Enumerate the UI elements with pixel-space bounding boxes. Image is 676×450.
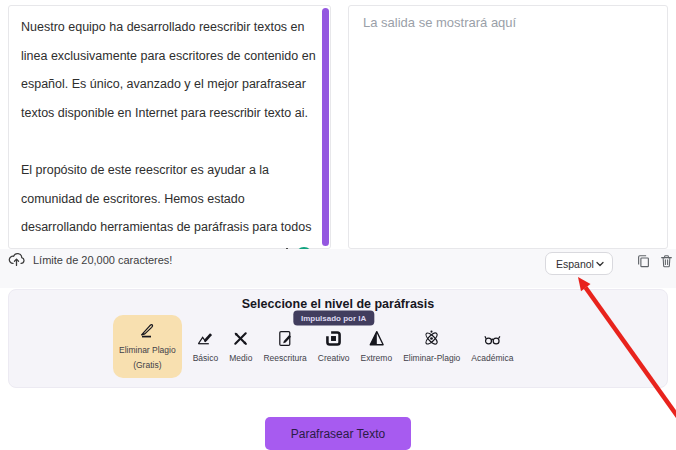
level-option-label: Eliminar Plagio (119, 345, 176, 355)
level-option-label: Creativo (318, 353, 350, 363)
level-option-label: Reescritura (263, 353, 306, 363)
level-option[interactable]: Medio (229, 317, 252, 363)
upload-icon[interactable] (8, 251, 25, 268)
glasses-icon (483, 329, 502, 348)
crossed-pens-icon (231, 329, 250, 348)
language-select[interactable]: Espanol (545, 252, 613, 275)
level-option[interactable]: Impulsado por IA Creativo (318, 317, 350, 363)
level-option[interactable]: Eliminar-Plagio (403, 317, 460, 363)
chevron-down-icon (595, 259, 605, 269)
swirl-square-icon (324, 329, 343, 348)
input-text-area[interactable]: Nuestro equipo ha desarrollado reescribi… (8, 5, 331, 249)
level-option[interactable]: Extremo (361, 317, 393, 363)
level-option[interactable]: Eliminar Plagio (Gratis) (113, 315, 182, 378)
pen-nib-icon (138, 321, 157, 340)
paraphraser-app: Nuestro equipo ha desarrollado reescribi… (0, 0, 676, 450)
input-scrollbar[interactable] (322, 8, 329, 246)
toolbar: Límite de 20,000 caracteres! Espanol (0, 249, 676, 288)
level-option-label: Básico (193, 353, 219, 363)
input-paragraph: Nuestro equipo ha desarrollado reescribi… (21, 13, 316, 127)
copy-button[interactable] (635, 252, 652, 270)
output-placeholder: La salida se mostrará aquí (363, 15, 653, 30)
character-limit-text: Límite de 20,000 caracteres! (33, 254, 172, 266)
level-option-sublabel: (Gratis) (133, 360, 161, 370)
trash-icon (659, 257, 674, 272)
delete-button[interactable] (658, 252, 675, 270)
level-option-label: Medio (229, 353, 252, 363)
document-pen-icon (276, 329, 295, 348)
level-options-row: Eliminar Plagio (Gratis) Básico Medio Re… (113, 317, 513, 378)
language-select-value: Espanol (556, 258, 594, 270)
copy-icon (636, 257, 651, 272)
atom-icon (422, 329, 441, 348)
pencil-mountain-icon (196, 329, 215, 348)
input-text[interactable]: Nuestro equipo ha desarrollado reescribi… (21, 13, 316, 270)
prism-icon (367, 329, 386, 348)
level-option-label: Eliminar-Plagio (403, 353, 460, 363)
paraphrase-level-panel: Seleccione el nivel de paráfrasis Elimin… (8, 289, 668, 388)
level-option[interactable]: Básico (193, 317, 219, 363)
output-text-area: La salida se mostrará aquí (348, 5, 668, 249)
level-option[interactable]: Académica (471, 317, 513, 363)
level-option-label: Académica (471, 353, 513, 363)
paraphrase-button[interactable]: Parafrasear Texto (265, 417, 411, 450)
level-selector-title: Seleccione el nivel de paráfrasis (9, 290, 667, 311)
level-option-label: Extremo (361, 353, 393, 363)
